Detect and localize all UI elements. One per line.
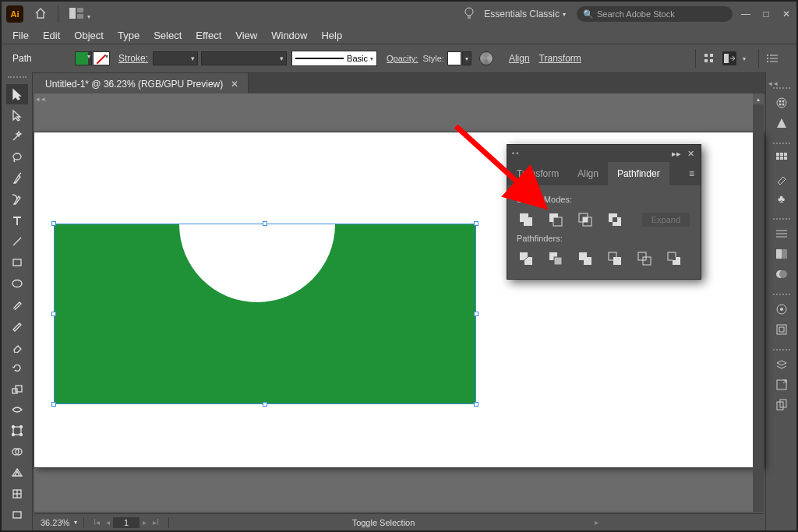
tool-magic-wand[interactable]: [6, 126, 28, 146]
tool-shape-builder[interactable]: [6, 442, 28, 462]
panel-symbols[interactable]: ♣: [772, 188, 792, 209]
artboard-last[interactable]: ▸I: [153, 518, 159, 527]
tool-lasso[interactable]: [6, 147, 28, 167]
document-tab-close[interactable]: ✕: [231, 79, 238, 90]
tool-ellipse[interactable]: [6, 273, 28, 294]
document-tab[interactable]: Untitled-1* @ 36.23% (RGB/GPU Preview) ✕: [36, 73, 249, 95]
discover-button[interactable]: [459, 7, 479, 22]
panel-grip[interactable]: ••: [507, 150, 669, 157]
panel-flyout-menu[interactable]: ≡: [683, 168, 701, 179]
window-maximize-button[interactable]: □: [761, 9, 772, 19]
tool-rotate[interactable]: [6, 358, 28, 378]
dock-collapse-arrows[interactable]: ◂◂: [768, 79, 779, 87]
artboard-next[interactable]: ▸: [143, 518, 147, 527]
tool-pen[interactable]: [6, 168, 28, 188]
menu-edit[interactable]: Edit: [43, 30, 60, 41]
pathfinder-crop[interactable]: [607, 251, 623, 266]
tab-transform[interactable]: Transform: [507, 162, 568, 185]
panel-artboards[interactable]: [772, 395, 792, 415]
zoom-dropdown[interactable]: 36.23% ▾: [41, 518, 77, 527]
panel-appearance[interactable]: [772, 299, 792, 319]
menu-help[interactable]: Help: [321, 30, 342, 41]
panel-brushes[interactable]: [772, 168, 792, 188]
pathfinder-trim[interactable]: [548, 251, 563, 266]
pathfinder-intersect[interactable]: [577, 212, 593, 227]
panel-color-guide[interactable]: [772, 113, 792, 133]
tool-direct-selection[interactable]: [6, 105, 28, 125]
pathfinder-exclude[interactable]: [607, 212, 623, 227]
pathfinder-minus-back[interactable]: [666, 251, 682, 266]
panel-gradient[interactable]: [772, 244, 792, 264]
pathfinder-panel[interactable]: •• ▸▸ ✕ Transform Align Pathfinder ≡ Sha…: [507, 144, 701, 280]
isolate-button[interactable]: [702, 51, 716, 65]
artboard-first[interactable]: I◂: [94, 518, 100, 527]
vertical-scrollbar[interactable]: ▴: [753, 93, 764, 512]
transform-link[interactable]: Transform: [539, 53, 581, 64]
window-minimize-button[interactable]: —: [740, 9, 751, 19]
align-to-button[interactable]: [722, 51, 736, 65]
panel-grip[interactable]: [8, 76, 26, 79]
dock-expand-left[interactable]: ◂◂: [36, 95, 47, 103]
menu-window[interactable]: Window: [271, 30, 307, 41]
search-placeholder: Search Adobe Stock: [597, 9, 675, 19]
stroke-label[interactable]: Stroke:: [118, 53, 148, 64]
stroke-weight-dropdown[interactable]: ▾: [153, 51, 198, 65]
panel-menu-button[interactable]: [765, 51, 779, 65]
workspace-switcher[interactable]: Essentials Classic ▾: [484, 9, 569, 19]
tool-selection[interactable]: [6, 84, 28, 104]
pathfinder-divide[interactable]: [518, 251, 534, 266]
menu-object[interactable]: Object: [74, 30, 104, 41]
fill-swatch[interactable]: [75, 51, 92, 65]
tool-gradient[interactable]: [6, 505, 28, 525]
menu-view[interactable]: View: [235, 30, 257, 41]
tool-scale[interactable]: [6, 379, 28, 399]
stroke-swatch[interactable]: [93, 51, 110, 65]
panel-collapse-button[interactable]: ▸▸: [669, 149, 684, 159]
menu-type[interactable]: Type: [118, 30, 139, 41]
panel-transparency[interactable]: [772, 264, 792, 284]
tool-curvature[interactable]: [6, 189, 28, 210]
panel-color[interactable]: [772, 93, 792, 113]
tab-align[interactable]: Align: [568, 162, 608, 185]
tool-line[interactable]: [6, 231, 28, 252]
menu-select[interactable]: Select: [154, 30, 182, 41]
tool-perspective[interactable]: [6, 463, 28, 483]
tab-pathfinder[interactable]: Pathfinder: [608, 162, 669, 185]
opacity-label[interactable]: Opacity:: [387, 54, 418, 63]
panel-close-button[interactable]: ✕: [684, 149, 697, 159]
align-link[interactable]: Align: [509, 53, 530, 64]
tool-type[interactable]: [6, 210, 28, 231]
svg-rect-68: [613, 217, 617, 222]
home-button[interactable]: [30, 7, 51, 22]
menu-file[interactable]: File: [12, 30, 29, 41]
brush-definition-dropdown[interactable]: Basic ▾: [291, 51, 377, 66]
arrange-documents-button[interactable]: ▾: [65, 8, 104, 21]
tool-mesh[interactable]: [6, 484, 28, 504]
pathfinder-merge[interactable]: [577, 251, 593, 266]
tool-paintbrush[interactable]: [6, 294, 28, 315]
pathfinder-outline[interactable]: [637, 251, 652, 266]
panel-graphic-styles[interactable]: [772, 319, 792, 340]
variable-width-profile-dropdown[interactable]: ▾: [201, 51, 287, 65]
graphic-style-swatch[interactable]: [447, 51, 461, 65]
tool-eraser[interactable]: [6, 336, 28, 357]
artboard-prev[interactable]: ◂: [106, 518, 110, 527]
search-input[interactable]: 🔍 Search Adobe Stock: [577, 6, 733, 22]
panel-asset-export[interactable]: [772, 375, 792, 395]
tool-rectangle[interactable]: [6, 252, 28, 273]
panel-layers[interactable]: [772, 354, 792, 375]
graphic-style-dropdown[interactable]: ▾: [462, 51, 471, 65]
pathfinder-unite[interactable]: [518, 212, 534, 227]
artboard-number[interactable]: 1: [113, 517, 139, 528]
panel-swatches[interactable]: [772, 148, 792, 168]
status-play[interactable]: ▸: [595, 518, 598, 527]
tool-pencil[interactable]: [6, 315, 28, 336]
tool-free-transform[interactable]: [6, 421, 28, 441]
tool-width[interactable]: [6, 400, 28, 420]
panel-stroke[interactable]: [772, 224, 792, 244]
window-close-button[interactable]: ✕: [781, 9, 792, 19]
menu-effect[interactable]: Effect: [196, 30, 221, 41]
scroll-up-button[interactable]: ▴: [753, 93, 764, 104]
pathfinder-minus-front[interactable]: [548, 212, 563, 227]
recolor-artwork-button[interactable]: [479, 51, 493, 65]
